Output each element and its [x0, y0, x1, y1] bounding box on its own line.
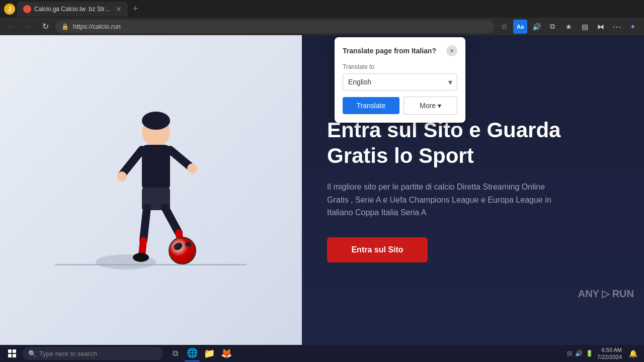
svg-point-1 [142, 112, 170, 130]
anyrun-text: ANY ▷ RUN [578, 288, 634, 300]
favorites-star-button[interactable]: ☆ [497, 20, 511, 34]
windows-logo-icon [8, 349, 16, 357]
browser-chrome: J Calcio.ga Calcio.tw .bz Streamin... ✕ … [0, 0, 644, 35]
refresh-button[interactable]: ↻ [38, 20, 52, 34]
edge-browser-taskbar[interactable]: 🌐 [184, 345, 200, 361]
taskbar-search-placeholder: Type here to search [39, 350, 97, 357]
collections-button[interactable]: ▤ [578, 20, 592, 34]
more-chevron-icon: ▾ [438, 102, 441, 110]
edge-icon: 🌐 [187, 347, 198, 358]
svg-line-3 [122, 150, 142, 175]
player-illustration [55, 95, 247, 306]
svg-point-6 [187, 163, 197, 173]
network-icon: ⊟ [567, 350, 572, 357]
forward-button[interactable]: → [21, 20, 35, 34]
avatar-initial: J [8, 6, 12, 13]
tab-favicon [23, 5, 31, 13]
volume-icon: 🔊 [575, 350, 583, 357]
popup-actions: Translate More ▾ [343, 97, 457, 115]
navigation-bar: ← → ↻ 🔒 https://calcio.run ☆ Aa 🔊 ⧉ ★ ▤ … [0, 18, 644, 35]
firefox-taskbar[interactable]: 🦊 [218, 345, 234, 361]
more-label: More [420, 102, 436, 110]
notification-icon: 🔔 [629, 349, 637, 357]
taskbar-right: ⊟ 🔊 🔋 6:50 AM 7/22/2024 🔔 [567, 346, 640, 361]
hero-title: Entra sul Sito e Guarda Gratis lo Sport [327, 118, 619, 168]
tab-bar: J Calcio.ga Calcio.tw .bz Streamin... ✕ … [0, 0, 644, 18]
address-bar[interactable]: 🔒 https://calcio.run [55, 20, 494, 33]
cta-button[interactable]: Entra sul Sito [327, 237, 428, 262]
extensions-button[interactable]: ⧓ [594, 20, 608, 34]
windows-logo-cell-1 [8, 349, 12, 353]
profile-avatar[interactable]: J [4, 4, 15, 15]
url-text: https://calcio.run [73, 23, 121, 30]
translate-button[interactable]: Translate [343, 97, 399, 114]
svg-line-5 [170, 150, 191, 167]
split-screen-button[interactable]: ⧉ [545, 20, 559, 34]
tab-title: Calcio.ga Calcio.tw .bz Streamin... [34, 6, 113, 13]
translate-icon-button[interactable]: Aa [513, 20, 527, 34]
svg-point-4 [117, 171, 127, 182]
svg-rect-2 [142, 145, 170, 190]
clock-date: 7/22/2024 [597, 353, 622, 360]
windows-logo-cell-2 [13, 349, 16, 353]
page-content: Entra sul Sito e Guarda Gratis lo Sport … [0, 35, 644, 345]
taskbar-search-icon: 🔍 [28, 350, 36, 357]
popup-title: Translate page from Italian? [343, 47, 436, 55]
task-view-button[interactable]: ⧉ [167, 345, 183, 361]
task-view-icon: ⧉ [173, 349, 178, 358]
favorites-button[interactable]: ★ [561, 20, 576, 34]
start-button[interactable] [4, 346, 20, 360]
translate-popup: Translate page from Italian? × Translate… [335, 37, 465, 123]
more-button[interactable]: More ▾ [404, 97, 457, 115]
translate-icon-text: Aa [517, 24, 524, 30]
windows-logo-cell-4 [13, 354, 16, 357]
system-clock[interactable]: 6:50 AM 7/22/2024 [597, 346, 622, 361]
tab-close-btn[interactable]: ✕ [116, 5, 122, 13]
anyrun-logo: ANY ▷ RUN [578, 288, 634, 300]
settings-button[interactable]: ⋯ [610, 20, 624, 34]
battery-icon: 🔋 [586, 350, 593, 357]
file-explorer-taskbar[interactable]: 📁 [201, 345, 217, 361]
soccer-ball [169, 237, 196, 264]
svg-line-8 [143, 208, 147, 240]
file-explorer-icon: 📁 [204, 348, 215, 359]
lock-icon: 🔒 [61, 23, 69, 30]
taskbar-apps: ⧉ 🌐 📁 🦊 [167, 345, 234, 361]
svg-line-9 [165, 208, 179, 233]
active-tab[interactable]: Calcio.ga Calcio.tw .bz Streamin... ✕ [17, 2, 128, 17]
taskbar: 🔍 Type here to search ⧉ 🌐 📁 🦊 ⊟ 🔊 🔋 6:50… [0, 345, 644, 362]
left-panel [0, 35, 302, 345]
system-tray: ⊟ 🔊 🔋 [567, 350, 593, 357]
toolbar-icons: ☆ Aa 🔊 ⧉ ★ ▤ ⧓ ⋯ ✦ [497, 20, 640, 34]
language-dropdown[interactable]: English Spanish French German Portuguese… [343, 73, 457, 90]
notification-button[interactable]: 🔔 [626, 346, 640, 360]
copilot-button[interactable]: ✦ [626, 20, 640, 34]
svg-point-12 [133, 253, 149, 262]
language-select-wrapper: English Spanish French German Portuguese… [343, 73, 457, 90]
popup-header: Translate page from Italian? × [343, 45, 457, 56]
firefox-icon: 🦊 [221, 348, 232, 359]
clock-time: 6:50 AM [597, 346, 622, 353]
translate-to-label: Translate to [343, 63, 457, 70]
windows-logo-cell-3 [8, 354, 12, 357]
read-aloud-button[interactable]: 🔊 [529, 20, 543, 34]
new-tab-button[interactable]: + [130, 4, 141, 14]
back-button[interactable]: ← [4, 20, 18, 34]
popup-close-button[interactable]: × [446, 45, 457, 56]
taskbar-search[interactable]: 🔍 Type here to search [22, 347, 163, 360]
hero-subtitle: Il migliore sito per le partite di calci… [327, 180, 569, 219]
